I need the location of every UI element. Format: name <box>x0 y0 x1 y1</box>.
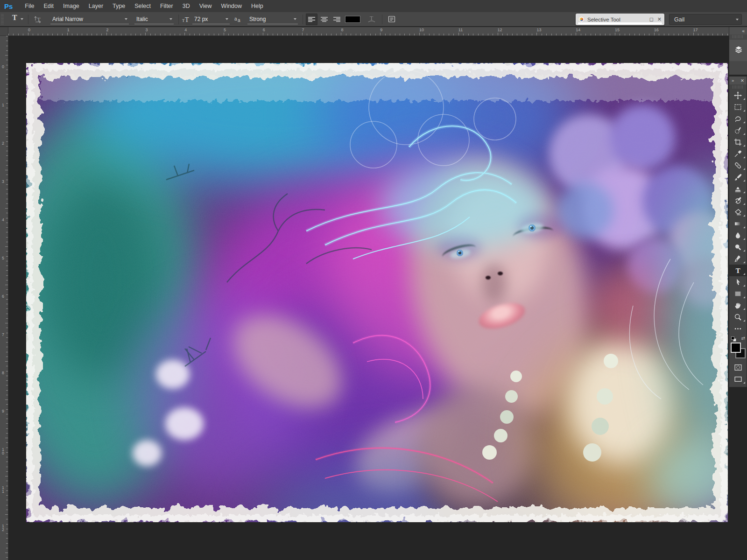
menu-item-select[interactable]: Select <box>130 0 155 12</box>
tool-brush[interactable] <box>729 171 747 183</box>
separator <box>303 14 303 24</box>
tools-panel: » ✕ T ⇄ <box>729 76 747 387</box>
menu-item-layer[interactable]: Layer <box>84 0 108 12</box>
close-window-icon[interactable]: ✕ <box>657 16 662 22</box>
collapse-toolbar-icon[interactable]: » <box>732 78 734 83</box>
menu-bar: Ps FileEditImageLayerTypeSelectFilter3DV… <box>0 0 747 12</box>
art-fractal-overlay <box>26 63 728 522</box>
default-colors-icon[interactable] <box>731 336 736 342</box>
options-bar-grip[interactable] <box>1 14 4 24</box>
text-color-swatch[interactable] <box>345 16 360 23</box>
plugin-icon <box>578 16 585 22</box>
document-canvas[interactable] <box>26 63 728 522</box>
svg-text:T: T <box>370 15 374 21</box>
tool-rectangle[interactable] <box>729 288 747 300</box>
menu-item-3d[interactable]: 3D <box>178 0 195 12</box>
svg-text:a: a <box>238 18 240 23</box>
tool-blur[interactable] <box>729 230 747 241</box>
font-size-select[interactable]: 72 px <box>192 14 230 24</box>
align-left-button[interactable] <box>306 14 317 25</box>
tool-gradient[interactable] <box>729 218 747 230</box>
plugin-window-strip <box>578 22 662 24</box>
font-family-select[interactable]: Arial Narrow <box>50 14 129 24</box>
chevron-down-icon <box>736 19 739 21</box>
chevron-down-icon <box>169 18 172 20</box>
anti-alias-icon: a a <box>234 16 243 25</box>
svg-text:T: T <box>185 16 189 23</box>
character-panel-toggle-icon[interactable] <box>388 15 396 25</box>
menu-items: FileEditImageLayerTypeSelectFilter3DView… <box>20 0 268 12</box>
tool-crop[interactable] <box>729 136 747 148</box>
plugin-window-title: Selective Tool <box>587 17 646 22</box>
tool-list: T <box>729 90 747 335</box>
dock-header: « <box>729 27 747 35</box>
tool-spot-healing[interactable] <box>729 160 747 171</box>
panel-dock-collapsed: « <box>729 27 747 75</box>
swap-colors-icon[interactable]: ⇄ <box>741 336 745 341</box>
tool-lasso[interactable] <box>729 113 747 125</box>
tool-eraser[interactable] <box>729 206 747 218</box>
type-tool-preset-icon[interactable]: T <box>12 14 17 22</box>
menu-item-window[interactable]: Window <box>217 0 247 12</box>
canvas-area <box>8 36 747 560</box>
tool-dodge[interactable] <box>729 241 747 253</box>
dock-grip[interactable] <box>733 35 744 38</box>
chevron-down-icon <box>125 18 127 20</box>
tools-panel-header: » ✕ <box>729 77 747 84</box>
menu-item-file[interactable]: File <box>20 0 39 12</box>
text-orientation-icon[interactable]: T <box>34 14 44 26</box>
font-size-icon: T T <box>182 16 191 25</box>
font-style-select[interactable]: Italic <box>134 14 174 24</box>
selective-tool-plugin-window[interactable]: Selective Tool ◻ ✕ <box>576 14 664 25</box>
tool-move[interactable] <box>729 90 747 101</box>
close-toolbar-icon[interactable]: ✕ <box>740 78 744 83</box>
chevron-down-icon <box>294 18 296 20</box>
ruler-origin-corner[interactable] <box>0 27 8 36</box>
toolbar-grip[interactable] <box>733 85 743 89</box>
tool-eyedropper[interactable] <box>729 148 747 160</box>
tool-history-brush[interactable] <box>729 195 747 206</box>
layers-panel-button[interactable] <box>729 40 747 61</box>
warp-text-icon[interactable]: T <box>367 15 376 25</box>
menu-item-type[interactable]: Type <box>108 0 130 12</box>
vertical-ruler[interactable]: 01234567891 01 11 2 <box>0 36 8 560</box>
tool-screen-mode[interactable] <box>729 373 747 385</box>
horizontal-ruler[interactable]: 01234567891011121314151617 <box>8 27 747 36</box>
tool-clone-stamp[interactable] <box>729 183 747 195</box>
tool-preset-chevron-icon[interactable] <box>21 18 23 20</box>
tool-rectangular-marquee[interactable] <box>729 101 747 113</box>
separator <box>28 14 28 24</box>
paragraph-align-group <box>306 14 343 25</box>
svg-text:a: a <box>234 16 237 21</box>
menu-item-filter[interactable]: Filter <box>155 0 178 12</box>
menu-item-edit[interactable]: Edit <box>39 0 59 12</box>
color-controls: ⇄ <box>729 336 747 362</box>
options-bar: T T Arial Narrow Italic T T 72 px a <box>0 12 747 27</box>
restore-window-icon[interactable]: ◻ <box>649 16 654 22</box>
tool-type[interactable]: T <box>729 265 747 276</box>
align-right-button[interactable] <box>331 14 343 25</box>
tool-pen[interactable] <box>729 253 747 265</box>
menu-item-help[interactable]: Help <box>247 0 268 12</box>
photoshop-window: Ps FileEditImageLayerTypeSelectFilter3DV… <box>0 0 747 560</box>
tool-edit-toolbar[interactable] <box>729 323 747 335</box>
align-center-button[interactable] <box>318 14 330 25</box>
expand-panels-icon[interactable]: « <box>742 28 745 34</box>
menu-item-view[interactable]: View <box>195 0 217 12</box>
tool-hand[interactable] <box>729 300 747 311</box>
chevron-down-icon <box>226 18 228 20</box>
tool-path-selection[interactable] <box>729 276 747 288</box>
anti-alias-select[interactable]: Strong <box>247 14 298 24</box>
separator <box>178 14 179 24</box>
tool-quick-selection[interactable] <box>729 125 747 136</box>
tool-zoom[interactable] <box>729 311 747 323</box>
layers-icon <box>733 45 744 56</box>
separator <box>382 14 382 24</box>
tool-quick-mask[interactable] <box>729 362 747 373</box>
menu-item-image[interactable]: Image <box>58 0 84 12</box>
svg-text:T: T <box>736 267 740 274</box>
foreground-color-swatch[interactable] <box>731 343 741 353</box>
photoshop-logo: Ps <box>4 2 13 10</box>
tool-preset-dropdown[interactable]: Gail <box>669 14 742 25</box>
